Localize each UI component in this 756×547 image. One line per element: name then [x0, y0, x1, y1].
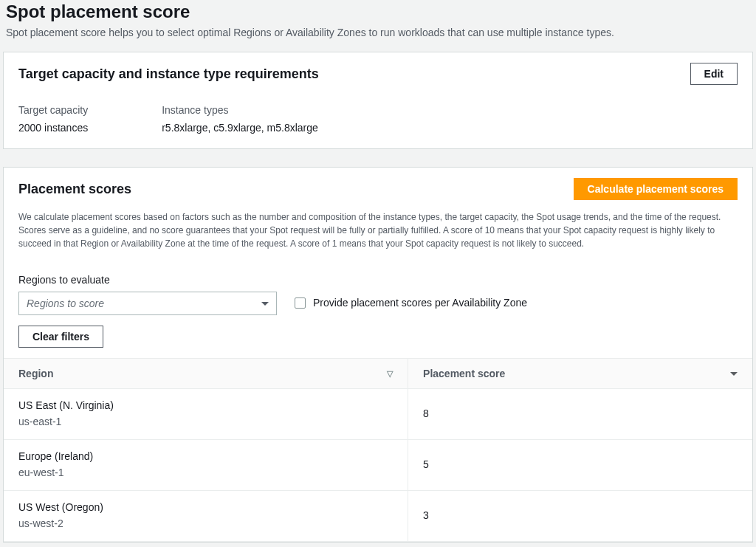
regions-select-placeholder: Regions to score [27, 297, 261, 309]
column-header-score[interactable]: Placement score [408, 359, 752, 389]
placement-score-value: 3 [408, 491, 752, 542]
sort-desc-icon [730, 372, 738, 376]
sort-neutral-icon: ▽ [387, 369, 393, 379]
target-requirements-card: Target capacity and instance type requir… [3, 52, 753, 149]
edit-button[interactable]: Edit [690, 63, 738, 85]
calculate-button[interactable]: Calculate placement scores [574, 178, 738, 200]
table-row: US East (N. Virginia) us-east-1 8 [4, 389, 752, 440]
instance-types-block: Instance types r5.8xlarge, c5.9xlarge, m… [162, 104, 318, 134]
placement-score-value: 8 [408, 389, 752, 440]
target-card-title: Target capacity and instance type requir… [18, 66, 319, 82]
chevron-down-icon [261, 302, 269, 306]
placement-scores-table: Region ▽ Placement score US Ea [4, 358, 752, 542]
regions-select[interactable]: Regions to score [18, 292, 277, 315]
target-capacity-label: Target capacity [18, 104, 88, 116]
table-row: Europe (Ireland) eu-west-1 5 [4, 440, 752, 491]
clear-filters-button[interactable]: Clear filters [18, 326, 103, 348]
region-name: US West (Oregon) [18, 501, 393, 513]
target-capacity-block: Target capacity 2000 instances [18, 104, 88, 134]
instance-types-label: Instance types [162, 104, 318, 116]
placement-card-title: Placement scores [18, 182, 131, 197]
regions-evaluate-label: Regions to evaluate [18, 274, 738, 286]
per-az-checkbox[interactable] [295, 297, 306, 309]
page-description: Spot placement score helps you to select… [3, 27, 753, 52]
placement-scores-card: Placement scores Calculate placement sco… [3, 167, 753, 543]
placement-description: We calculate placement scores based on f… [4, 210, 752, 261]
target-capacity-value: 2000 instances [18, 122, 88, 134]
instance-types-value: r5.8xlarge, c5.9xlarge, m5.8xlarge [162, 122, 318, 134]
region-name: US East (N. Virginia) [18, 399, 393, 411]
placement-score-value: 5 [408, 440, 752, 491]
table-row: US West (Oregon) us-west-2 3 [4, 491, 752, 542]
page-title: Spot placement score [3, 0, 753, 27]
region-code: us-east-1 [18, 416, 393, 427]
region-code: eu-west-1 [18, 467, 393, 478]
region-code: us-west-2 [18, 517, 393, 529]
per-az-checkbox-label: Provide placement scores per Availabilit… [313, 296, 527, 311]
region-name: Europe (Ireland) [18, 450, 393, 462]
column-header-region[interactable]: Region ▽ [4, 359, 408, 389]
